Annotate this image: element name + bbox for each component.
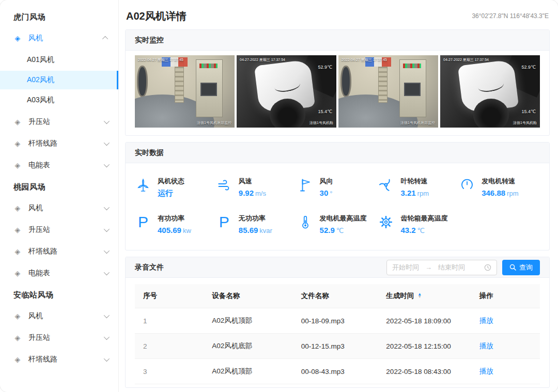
- page-header: A02风机详情 36°02'27.8"N 116°48'43.3"E: [125, 6, 550, 29]
- diamond-icon: ◈: [13, 247, 22, 256]
- diamond-icon: ◈: [13, 334, 22, 342]
- thermal-temp-high: 52.9℃: [521, 65, 536, 70]
- camera-feed-2[interactable]: 04-27-2022 星期三 17:37:54 52.9℃ 15.4℃ 涟德1号…: [237, 55, 336, 128]
- col-time-label: 生成时间: [386, 292, 414, 300]
- metric-unit: °: [330, 190, 332, 197]
- sidebar-item-turbines-taoyuan[interactable]: ◈ 风机: [0, 197, 118, 219]
- sidebar-subitem-label: A03风机: [27, 96, 54, 105]
- farm-group-title-humen: 虎门风场: [0, 6, 118, 27]
- sidebar-item-towerline-taoyuan[interactable]: ◈ 杆塔线路: [0, 241, 118, 262]
- diamond-icon: ◈: [13, 139, 22, 148]
- diamond-icon: ◈: [13, 269, 22, 277]
- sidebar-item-substation-taoyuan[interactable]: ◈ 升压站: [0, 219, 118, 241]
- sidebar-item-substation-anlin[interactable]: ◈ 升压站: [0, 327, 118, 349]
- sidebar-subitem-a03[interactable]: A03风机: [0, 91, 118, 109]
- sidebar-subitem-label: A02风机: [27, 75, 54, 85]
- sidebar-subitem-a02[interactable]: A02风机: [0, 71, 118, 89]
- cell-index: 1: [135, 308, 204, 334]
- sidebar-subitem-a01[interactable]: A01风机: [0, 51, 118, 69]
- play-link[interactable]: 播放: [479, 317, 493, 324]
- metric-unit: kvar: [259, 227, 272, 234]
- page-title: A02风机详情: [126, 9, 187, 23]
- cell-time: 2022-05-18 18:09:00: [378, 308, 471, 334]
- thermal-temp-low: 15.4℃: [318, 109, 332, 114]
- metric-label: 风速: [239, 177, 266, 186]
- recordings-table: 序号 设备名称 文件名称 生成时间▲▼ 操作 1 A02风机顶部: [135, 284, 540, 384]
- chevron-down-icon: [104, 356, 110, 362]
- sidebar-item-substation-humen[interactable]: ◈ 升压站: [0, 111, 118, 133]
- play-link[interactable]: 播放: [479, 367, 493, 375]
- gear-icon: [378, 214, 394, 230]
- metric-gearbox-temp: 齿轮箱最高温度 43.2℃: [378, 214, 459, 234]
- chevron-down-icon: [104, 248, 110, 254]
- sidebar-item-label: 升压站: [28, 225, 104, 234]
- diamond-icon: ◈: [13, 226, 22, 234]
- chevron-down-icon: [104, 140, 110, 146]
- sidebar-item-towerline-humen[interactable]: ◈ 杆塔线路: [0, 133, 118, 154]
- sidebar-item-meter-taoyuan[interactable]: ◈ 电能表: [0, 262, 118, 284]
- camera-timestamp: 04-27-2022 星期三 17:37:54: [443, 57, 489, 62]
- diamond-icon: ◈: [13, 34, 22, 42]
- sidebar-subitem-label: A01风机: [27, 55, 54, 65]
- recordings-card-title: 录音文件: [135, 263, 164, 272]
- sidebar-item-meter-humen[interactable]: ◈ 电能表: [0, 154, 118, 176]
- camera-grid: 2022-04-27 星期三 17:37:45 涟德1号风机底部监控 04-27…: [126, 51, 549, 135]
- sidebar-item-label: 升压站: [28, 117, 104, 127]
- metric-value: 运行: [158, 189, 173, 197]
- recordings-date-range-input[interactable]: 开始时间 → 结束时间: [386, 260, 497, 275]
- camera-timestamp: 2022-04-27 星期三 17:37:45: [138, 57, 183, 62]
- sort-control[interactable]: ▲▼: [417, 293, 422, 299]
- camera-caption: 涟德1号风机底部监控: [197, 120, 231, 126]
- diamond-icon: ◈: [13, 161, 22, 169]
- sidebar-item-turbines-humen[interactable]: ◈ 风机: [0, 27, 118, 49]
- monitor-card-title: 实时监控: [135, 36, 164, 45]
- metric-unit: rpm: [417, 190, 429, 197]
- table-row: 1 A02风机顶部 00-18-09.mp3 2022-05-18 18:09:…: [135, 308, 540, 334]
- generator-hub-shape: [270, 99, 305, 128]
- diamond-icon: ◈: [13, 312, 22, 320]
- cell-device: A02风机顶部: [204, 359, 292, 384]
- metric-label: 风机状态: [158, 177, 184, 186]
- metrics-grid: 风机状态 运行 风速 9.92m/s: [126, 163, 549, 250]
- metric-turbine-status: 风机状态 运行: [135, 177, 216, 198]
- metric-generator-temp: 发电机最高温度 52.9℃: [297, 214, 378, 234]
- metric-label: 无功功率: [239, 214, 272, 223]
- recordings-search-button[interactable]: 查询: [502, 260, 540, 275]
- col-action: 操作: [471, 284, 540, 308]
- metric-empty-cell: [459, 214, 540, 234]
- metric-rotor-speed: 叶轮转速 3.21rpm: [378, 177, 459, 198]
- metric-label: 齿轮箱最高温度: [400, 214, 447, 223]
- sidebar-item-towerline-anlin[interactable]: ◈ 杆塔线路: [0, 349, 118, 370]
- metric-label: 叶轮转速: [400, 177, 429, 186]
- play-link[interactable]: 播放: [479, 342, 493, 350]
- range-arrow-icon: →: [425, 263, 432, 271]
- metric-unit: ℃: [417, 227, 425, 234]
- farm-group-title-anlin: 安临站风场: [0, 284, 118, 305]
- table-row: 3 A02风机顶部 00-08-43.mp3 2022-05-18 08:43:…: [135, 359, 540, 384]
- chevron-down-icon: [104, 226, 110, 232]
- cell-file: 00-12-15.mp3: [293, 334, 378, 359]
- gps-coordinates: 36°02'27.8"N 116°48'43.3"E: [472, 12, 549, 20]
- camera-feed-1[interactable]: 2022-04-27 星期三 17:37:45 涟德1号风机底部监控: [135, 55, 235, 128]
- camera-caption: 涟德1号风机舱: [513, 120, 537, 126]
- camera-caption: 涟德1号风机底部监控: [400, 120, 435, 126]
- cell-file: 00-18-09.mp3: [293, 308, 378, 334]
- metric-value: 52.9: [320, 226, 335, 234]
- search-icon: [509, 264, 516, 271]
- sidebar-item-label: 风机: [28, 311, 104, 321]
- cell-device: A02风机顶部: [204, 308, 292, 334]
- table-header-row: 序号 设备名称 文件名称 生成时间▲▼ 操作: [135, 284, 540, 308]
- wind-turbine-icon: [135, 177, 151, 193]
- app-window: 虎门风场 ◈ 风机 A01风机 A02风机 A03风机 ◈ 升压站 ◈ 杆塔线路…: [0, 0, 558, 392]
- thermal-temp-high: 52.9℃: [318, 65, 332, 70]
- camera-feed-4[interactable]: 04-27-2022 星期三 17:37:54 52.9℃ 15.4℃ 涟德1号…: [440, 55, 540, 128]
- sidebar-item-turbines-anlin[interactable]: ◈ 风机: [0, 305, 118, 327]
- metric-unit: m/s: [255, 190, 266, 197]
- rotor-icon: [378, 177, 394, 193]
- sidebar-item-label: 升压站: [28, 333, 104, 342]
- metric-unit: rpm: [507, 190, 518, 197]
- camera-feed-3[interactable]: 2022-04-27 星期三 17:37:45 涟德1号风机底部监控: [338, 55, 438, 128]
- thermometer-icon: [297, 214, 314, 230]
- metric-unit: ℃: [336, 227, 344, 234]
- farm-group-title-taoyuan: 桃园风场: [0, 176, 118, 197]
